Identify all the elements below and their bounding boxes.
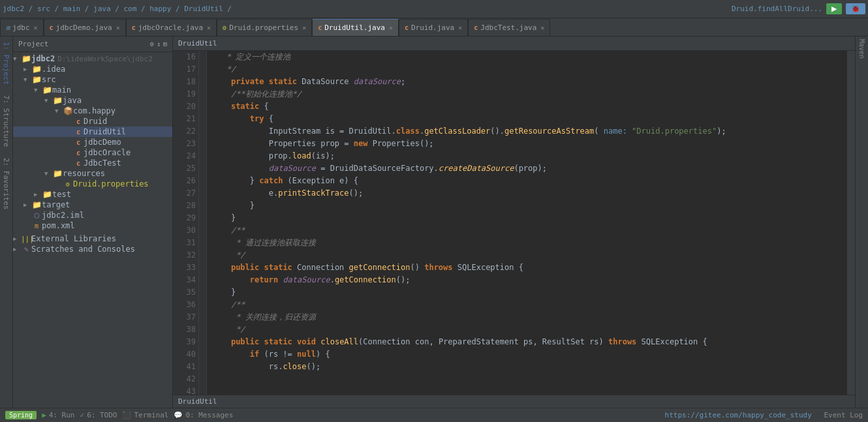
props-icon-druid: ⚙ [63,181,73,188]
code-line-27: } catch (Exception e) { [212,175,842,187]
tree-label-comhappy: com.happy [73,106,116,115]
right-scrollbar[interactable] [847,51,855,395]
code-line-16: * 定义一个连接池 [212,51,842,63]
event-log[interactable]: Event Log [824,411,863,419]
package-icon-comhappy: 📦 [63,106,73,115]
code-line-24: Properties prop = new Properties(); [212,138,842,150]
run-status[interactable]: ▶ 4: Run [42,411,74,419]
tab-jdbcdemo[interactable]: c jdbcDemo.java ✕ [44,19,126,36]
tree-label-resources: resources [63,169,105,178]
tree-jdbctest[interactable]: ▶ c JdbcTest [13,158,172,168]
tree-label-pomxml: pom.xml [42,221,75,230]
editor-content[interactable]: 16 17 18 19 20 21 22 23 24 25 26 27 28 2… [173,51,847,395]
tab-icon-jdbcoracle: c [132,24,136,31]
favorites-panel-icon[interactable]: 2: Favorites [1,155,12,212]
code-line-29: } [212,200,842,212]
run-button[interactable]: ▶ [826,3,842,14]
tab-icon-druid: c [405,24,409,31]
tab-jdbc[interactable]: m jdbc ✕ [0,19,44,36]
structure-panel-icon[interactable]: 7: Structure [1,93,12,149]
code-line-32: /** [212,224,842,237]
project-tree: ▼ 📁 jdbc2 D:\ideaWorkSpace\jdbc2 ▶ 📁 .id… [13,52,172,408]
spring-button[interactable]: Spring [5,411,37,419]
tree-main[interactable]: ▼ 📁 main [13,85,172,95]
editor-wrapper: 16 17 18 19 20 21 22 23 24 25 26 27 28 2… [173,51,855,395]
tree-target[interactable]: ▶ 📁 target [13,200,172,210]
java-icon-jdbcoracle: c [73,149,84,157]
tree-arrow-idea: ▶ [23,66,31,72]
tab-close-druid[interactable]: ✕ [458,24,462,31]
tab-icon-jdbctest: c [474,24,478,31]
spring-status[interactable]: Spring [5,411,37,419]
code-line-39: /** [212,299,842,311]
code-line-21: static { [212,100,842,113]
tree-idea[interactable]: ▶ 📁 .idea [13,64,172,74]
tree-label-druidutil: DruidUtil [84,127,126,136]
tab-icon-druidprops: ⚙ [223,24,226,31]
tree-pomxml[interactable]: ▶ m pom.xml [13,220,172,231]
editor-breadcrumb: DruidUtil [173,37,855,51]
tab-close-jdbcdemo[interactable]: ✕ [116,24,120,31]
tab-close-jdbc[interactable]: ✕ [34,24,38,31]
tab-close-jdbctest[interactable]: ✕ [540,24,544,31]
tree-path-jdbc2: D:\ideaWorkSpace\jdbc2 [57,55,153,63]
code-line-37: } [212,286,842,299]
tab-close-druidprops[interactable]: ✕ [302,24,306,31]
tab-druidprops[interactable]: ⚙ Druid.properties ✕ [217,19,312,36]
java-icon-druid: c [73,118,84,125]
project-panel-icon[interactable]: 1: Project [1,39,12,87]
status-url: https://gitee.com/happy_code_study [665,411,812,419]
tree-druidprops[interactable]: ▶ ⚙ Druid.properties [13,179,172,189]
tree-comhappy[interactable]: ▼ 📦 com.happy [13,106,172,116]
debug-button[interactable]: 🐞 [846,3,865,14]
tree-root-jdbc2[interactable]: ▼ 📁 jdbc2 D:\ideaWorkSpace\jdbc2 [13,53,172,64]
tab-jdbctest[interactable]: c JdbcTest.java ✕ [468,19,550,36]
tab-icon-jdbcdemo: c [50,24,54,31]
terminal-icon: ⬛ [122,411,131,419]
terminal-status[interactable]: ⬛ Terminal [122,411,168,419]
run-icon: ▶ [42,411,46,419]
tree-druid[interactable]: ▶ c Druid [13,116,172,127]
sidebar-gear-icon[interactable]: ⚙ [150,40,154,48]
sidebar-header: Project ⚙ ↕ ⊞ [13,37,172,52]
tab-jdbcoracle[interactable]: c jdbcOracle.java ✕ [126,19,217,36]
sidebar-sort-icon[interactable]: ↕ [157,40,161,48]
tree-arrow-test: ▶ [34,191,42,198]
tab-icon-druidutil: c [318,24,322,31]
gutter[interactable] [199,51,207,395]
side-icon-maven[interactable]: Maven [858,39,865,59]
top-bar: jdbc2 / src / main / java / com / happy … [0,0,868,18]
project-title: Project [18,40,48,48]
sidebar-expand-icon[interactable]: ⊞ [163,40,167,48]
tab-druidutil[interactable]: c DruidUtil.java ✕ [312,19,399,36]
status-left: Spring ▶ 4: Run ✓ 6: TODO ⬛ Terminal 💬 0… [5,411,233,419]
tree-java[interactable]: ▼ 📁 java [13,95,172,106]
scratches-icon: ✎ [21,245,31,254]
code-editor[interactable]: * 定义一个连接池 */ private static DataSource d… [207,51,847,395]
tree-arrow-target: ▶ [23,202,31,208]
tree-extlibs[interactable]: ▶ ||| External Libraries [13,234,172,244]
tree-src[interactable]: ▼ 📁 src [13,74,172,85]
tree-jdbcoracle[interactable]: ▶ c jdbcOracle [13,147,172,158]
tree-test[interactable]: ▶ 📁 test [13,189,172,200]
tree-druidutil[interactable]: ▶ c DruidUtil [13,127,172,137]
tree-jdbcdemo[interactable]: ▶ c jdbcDemo [13,137,172,147]
code-line-17: */ [212,63,842,76]
right-side-icons: Maven [855,37,868,408]
code-line-23: InputStream is = DruidUtil.class.getClas… [212,125,842,138]
tree-scratches[interactable]: ▶ ✎ Scratches and Consoles [13,244,172,254]
java-icon-jdbcdemo: c [73,139,84,146]
todo-status[interactable]: ✓ 6: TODO [80,411,117,419]
tab-close-druidutil[interactable]: ✕ [389,24,393,31]
messages-status[interactable]: 💬 0: Messages [174,411,233,419]
todo-icon: ✓ [80,411,85,419]
tab-close-jdbcoracle[interactable]: ✕ [207,24,211,31]
code-line-42: public static void closeAll(Connection c… [212,336,842,348]
tab-druid[interactable]: c Druid.java ✕ [399,19,468,36]
run-label: 4: Run [49,411,75,419]
tree-label-extlibs: External Libraries [31,234,116,243]
tree-label-java: java [63,96,82,105]
tree-arrow-comhappy: ▼ [55,108,63,114]
tree-resources[interactable]: ▼ 📁 resources [13,168,172,179]
tree-iml[interactable]: ▶ ⬡ jdbc2.iml [13,210,172,220]
